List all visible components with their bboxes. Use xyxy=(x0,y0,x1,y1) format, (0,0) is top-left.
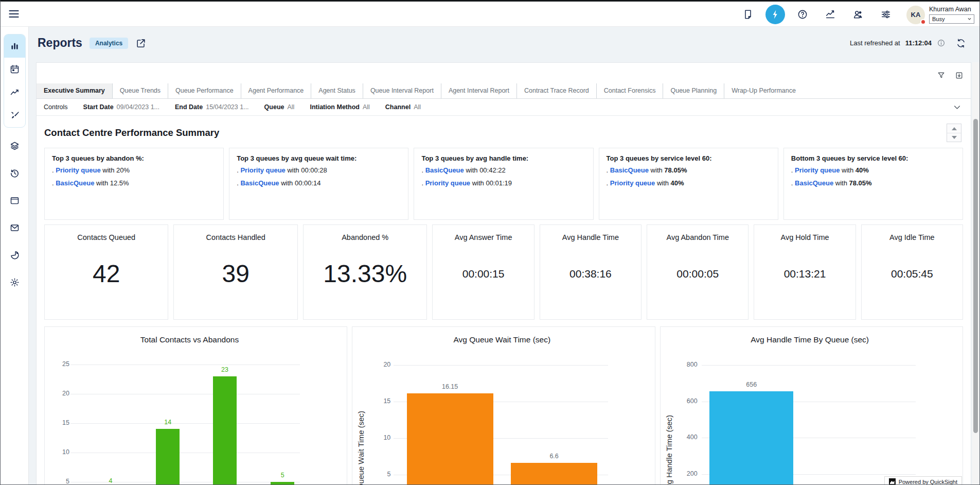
tab-queue-interval-report[interactable]: Queue Interval Report xyxy=(363,83,441,98)
queue-link[interactable]: BasicQueue xyxy=(795,179,833,187)
export-icon[interactable] xyxy=(955,71,964,80)
bar-value-label: 16.15 xyxy=(434,383,467,390)
insight-card: Bottom 3 queues by service level 60:. Pr… xyxy=(783,148,963,220)
filter-queue[interactable]: QueueAll xyxy=(264,103,295,111)
sidebar-item-gear[interactable] xyxy=(1,271,28,293)
kpi-card-contacts-handled: Contacts Handled 39 xyxy=(173,224,297,320)
tab-wrap-up-performance[interactable]: Wrap-Up Performance xyxy=(724,83,803,98)
kpi-value: 00:13:21 xyxy=(754,241,855,306)
filter-value: All xyxy=(414,103,421,111)
sidebar-item-pie-chart[interactable] xyxy=(1,244,28,266)
tab-agent-status[interactable]: Agent Status xyxy=(311,83,363,98)
insight-card: Top 3 queues by avg handle time:. BasicQ… xyxy=(414,148,593,220)
metrics-icon[interactable] xyxy=(820,4,841,25)
insight-card-title: Top 3 queues by avg handle time: xyxy=(421,154,585,162)
layers-icon xyxy=(9,141,20,151)
sidebar-item-line-chart[interactable] xyxy=(4,81,25,104)
queue-link[interactable]: Priority queue xyxy=(795,166,840,174)
bar[interactable] xyxy=(511,463,597,485)
insight-item: . Priority queue with 40% xyxy=(607,179,771,188)
bolt-icon[interactable] xyxy=(765,5,785,24)
filter-value: All xyxy=(363,103,370,111)
kpi-card-avg-answer-time: Avg Answer Time 00:00:15 xyxy=(432,224,534,320)
gridline xyxy=(70,394,300,394)
calendar-icon xyxy=(9,64,20,75)
tab-contract-trace-record[interactable]: Contract Trace Record xyxy=(516,83,596,98)
queue-link[interactable]: Priority queue xyxy=(425,179,470,187)
y-tick-label: 5 xyxy=(44,478,69,485)
bar-value-label: 4 xyxy=(94,477,127,484)
gear-icon xyxy=(9,277,20,288)
tab-queue-planning[interactable]: Queue Planning xyxy=(663,83,724,98)
chart-total-contacts-vs-abandons: Total Contacts vs Abandons51015202541432… xyxy=(44,326,347,485)
notes-icon[interactable] xyxy=(738,4,758,25)
queue-link[interactable]: BasicQueue xyxy=(425,166,464,174)
open-external-icon[interactable] xyxy=(135,38,147,49)
filter-icon[interactable] xyxy=(937,71,946,80)
last-refreshed-label: Last refreshed at xyxy=(850,39,900,47)
filter-label: Channel xyxy=(385,103,411,111)
tab-queue-performance[interactable]: Queue Performance xyxy=(168,83,241,98)
quicksight-badge-text: Powered by QuickSight xyxy=(899,479,957,485)
refresh-icon[interactable] xyxy=(956,38,966,48)
collapse-controls-icon[interactable] xyxy=(953,103,961,112)
queue-link[interactable]: BasicQueue xyxy=(56,179,94,187)
tab-executive-summary[interactable]: Executive Summary xyxy=(37,83,112,98)
agents-icon[interactable] xyxy=(848,4,868,25)
avatar[interactable]: KA xyxy=(906,6,925,24)
tab-contact-forensics[interactable]: Contact Forensics xyxy=(596,83,663,98)
mail-icon xyxy=(9,222,20,233)
bar[interactable] xyxy=(213,376,237,485)
status-value: Busy xyxy=(932,16,945,22)
queue-link[interactable]: BasicQueue xyxy=(240,179,279,187)
tab-agent-interval-report[interactable]: Agent Interval Report xyxy=(441,83,516,98)
chevron-down-icon xyxy=(967,16,972,21)
sidebar-item-history[interactable] xyxy=(1,162,28,184)
scroll-up-button[interactable] xyxy=(947,124,961,133)
filter-end-date[interactable]: End Date15/04/2023 1... xyxy=(175,103,249,111)
sliders-icon[interactable] xyxy=(876,4,896,25)
queue-link[interactable]: BasicQueue xyxy=(610,166,649,174)
gridline xyxy=(70,453,300,453)
sidebar-item-window[interactable] xyxy=(1,189,28,212)
bar[interactable] xyxy=(407,393,493,485)
bar[interactable] xyxy=(156,429,180,485)
insight-value: 78.05% xyxy=(664,166,687,174)
sidebar-item-calendar[interactable] xyxy=(4,58,25,81)
bar[interactable] xyxy=(709,391,793,485)
filter-value: 15/04/2023 1... xyxy=(206,103,248,111)
queue-link[interactable]: Priority queue xyxy=(610,179,655,187)
queue-link[interactable]: Priority queue xyxy=(56,166,100,174)
sidebar-item-layers[interactable] xyxy=(1,135,28,157)
filter-intiation-method[interactable]: Intiation MethodAll xyxy=(310,103,369,111)
kpi-value: 00:00:05 xyxy=(647,241,748,306)
insight-card: Top 3 queues by avg queue wait time:. Pr… xyxy=(229,148,408,220)
filter-start-date[interactable]: Start Date09/04/2023 1... xyxy=(83,103,159,111)
tab-agent-performance[interactable]: Agent Performance xyxy=(241,83,311,98)
filter-channel[interactable]: ChannelAll xyxy=(385,103,421,111)
tab-queue-trends[interactable]: Queue Trends xyxy=(112,83,168,98)
status-select[interactable]: Busy xyxy=(929,14,974,24)
hamburger-menu-icon[interactable] xyxy=(7,7,21,21)
help-icon[interactable] xyxy=(792,4,813,25)
scroll-down-button[interactable] xyxy=(947,133,961,142)
queue-link[interactable]: Priority queue xyxy=(240,166,285,174)
user-chip[interactable]: KA Khurram Awan Busy xyxy=(906,5,974,24)
bar-value-label: 14 xyxy=(151,419,184,426)
chart-title: Total Contacts vs Abandons xyxy=(81,335,298,344)
pie-chart-icon xyxy=(9,250,20,261)
scrollbar-thumb[interactable] xyxy=(973,119,978,433)
insight-card-title: Top 3 queues by service level 60: xyxy=(607,154,771,162)
y-tick-label: 15 xyxy=(44,419,69,426)
y-tick-label: 20 xyxy=(354,361,390,368)
kpi-card-contacts-queued: Contacts Queued 42 xyxy=(44,224,168,320)
info-icon[interactable] xyxy=(937,39,946,47)
insight-card-title: Top 3 queues by avg queue wait time: xyxy=(237,154,401,162)
sidebar-item-bar-chart[interactable] xyxy=(4,34,25,58)
sidebar-item-mail[interactable] xyxy=(1,217,28,239)
insight-value: 00:00:14 xyxy=(295,179,321,187)
sheet-scroll-spinner xyxy=(947,124,961,142)
app-window: KA Khurram Awan Busy Reports Analyt xyxy=(0,0,980,485)
bar[interactable] xyxy=(271,482,294,485)
sidebar-item-brush[interactable] xyxy=(4,104,25,127)
